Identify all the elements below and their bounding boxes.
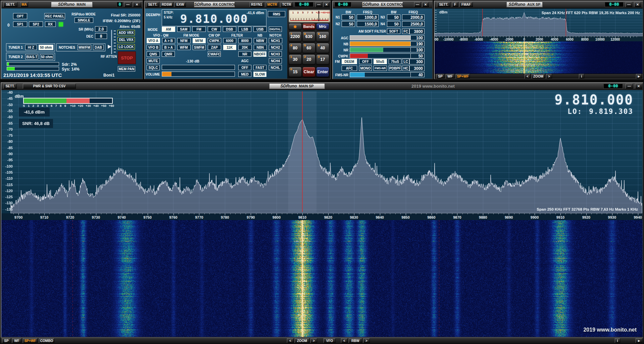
single-mode-button[interactable]: SINGLE [75, 17, 93, 23]
rx-button-mfm[interactable]: MFM [193, 38, 206, 43]
nch4-button[interactable]: NCH4 [269, 58, 282, 63]
rec-panel-button[interactable]: REC PANEL [44, 13, 65, 19]
bb-zoom-in-button[interactable]: > [310, 338, 317, 343]
rf-atten-slider-handle[interactable] [108, 45, 111, 49]
aux-title-plate[interactable]: SDRunoAUX SP [506, 2, 543, 7]
n4-bw-box[interactable]: 50 [387, 21, 400, 27]
mute-button[interactable]: MUTE [147, 58, 160, 63]
clear-key[interactable]: Clear [302, 67, 315, 77]
rx-button-b-a[interactable]: B > A [162, 45, 176, 50]
bb-info-button[interactable]: i [615, 338, 620, 343]
n1-bw-box[interactable]: 50 [342, 14, 355, 20]
bb-rbw-out-button[interactable]: < [341, 338, 348, 343]
tuner1-50ohm-button[interactable]: 50 ohm [39, 45, 53, 50]
rx-button-nbw[interactable]: NBW [254, 38, 267, 43]
agc-slow-button[interactable]: SLOW [253, 72, 266, 77]
rx-button-wfm[interactable]: WFM [177, 45, 191, 50]
enter-key[interactable]: Enter [316, 67, 329, 77]
qmr-button[interactable]: QMR [162, 51, 175, 57]
lo-lock-button[interactable]: LO LOCK [117, 44, 135, 49]
n2-bw-box[interactable]: 50 [342, 21, 355, 27]
pdbpf-button[interactable]: PDBPF [389, 66, 401, 71]
mode-button-usb[interactable]: USB [253, 27, 267, 32]
aux-minimize-button[interactable]: — [626, 2, 632, 7]
rx-button-zap[interactable]: ZAP [208, 45, 221, 50]
band-key-15[interactable]: 150 [289, 67, 302, 77]
band-key-80[interactable]: 804 [289, 43, 302, 53]
bands-key[interactable]: Bands [302, 23, 315, 30]
fms-nr-button[interactable]: FMS-NR [374, 66, 387, 71]
mhz-key[interactable]: MHz [316, 23, 329, 30]
nb-slider[interactable]: 190 [350, 41, 425, 46]
nr-slider[interactable]: 100 [350, 47, 425, 52]
band-key-20[interactable]: 202 [302, 54, 315, 64]
sqlc-button[interactable]: SQLC [147, 65, 160, 70]
aux-f-button[interactable]: F [452, 2, 458, 7]
rx-button-nbn[interactable]: NBN [254, 45, 267, 50]
tuner2-50ohm-button[interactable]: 50 ohm [40, 54, 53, 59]
sr-value-box[interactable]: 2.0 [95, 26, 107, 32]
del-vrx-button[interactable]: DEL VRX [117, 37, 135, 42]
75us-button[interactable]: 75uS [389, 59, 401, 64]
main-title-plate[interactable]: SDRunoMAIN [51, 2, 93, 7]
band-key-17[interactable]: 173 [316, 54, 329, 64]
n3-bw-box[interactable]: 50 [387, 14, 400, 20]
rx-button-6000[interactable]: 6000 [223, 38, 237, 43]
agc-off-button[interactable]: OFF [238, 65, 251, 70]
rx-button[interactable]: RX [45, 22, 56, 27]
opt-button[interactable]: OPT [13, 13, 27, 19]
main-sett-button[interactable]: SETT. [3, 2, 17, 7]
afc-button[interactable]: AFC [342, 66, 357, 71]
mainsp-sett-button[interactable]: SETT. [3, 84, 17, 89]
fms-nr-slider[interactable]: 40 [350, 72, 425, 77]
mode-button-cw[interactable]: CW [208, 27, 221, 32]
mainsp-close-button[interactable]: ✕ [635, 84, 642, 89]
rx-button-nfm[interactable]: NFM [177, 38, 191, 43]
rx-sett-button[interactable]: SETT. [146, 2, 159, 7]
band-key-630[interactable]: 6308 [302, 32, 315, 42]
lc-button[interactable]: LC [402, 59, 409, 64]
n2-freq-box[interactable]: 1500,0 [357, 21, 379, 27]
agc-slider[interactable]: 100 [350, 35, 425, 40]
main-spectrum-canvas[interactable] [1, 90, 643, 213]
rx-button-nch2[interactable]: NCH2 [269, 45, 282, 50]
band-key-30[interactable]: 301 [289, 54, 302, 64]
exw-button[interactable]: EXW [175, 2, 186, 7]
deem-button[interactable]: DEEM [342, 59, 357, 64]
tctr-button[interactable]: TCTR [281, 2, 293, 7]
sp2-button[interactable]: SP2 [29, 22, 43, 27]
aux-zoom-in-button[interactable]: > [546, 74, 552, 79]
bb-spwf-button[interactable]: SP+WF [23, 338, 38, 343]
notch-dab-button[interactable]: DAB [93, 45, 104, 50]
squelch-slider[interactable] [162, 65, 235, 70]
aux-zoom-button[interactable]: ZOOM [532, 74, 545, 79]
rx-close-button[interactable]: ✕ [324, 2, 330, 7]
cwpk-slider[interactable]: 50 [350, 53, 425, 58]
rx-button-a-b[interactable]: A > B [162, 38, 176, 43]
fc-value-box[interactable]: 3800 [409, 29, 425, 34]
hc-button[interactable]: HC [402, 66, 409, 71]
nchl-button[interactable]: NCHL [269, 65, 282, 70]
fmaf-button[interactable]: FMAF [459, 2, 473, 7]
n3-freq-box[interactable]: 2000,0 [402, 14, 425, 20]
sp1-button[interactable]: SP1 [13, 22, 27, 27]
aux-zoom-out-button[interactable]: < [525, 74, 531, 79]
rdsw-button[interactable]: RDSW [160, 2, 173, 7]
mode-button-am[interactable]: AM [162, 27, 175, 32]
rx-button-8000[interactable]: 8000 [238, 38, 252, 43]
nr-button[interactable]: NR [238, 51, 251, 57]
bb-combo-button[interactable]: COMBO [39, 338, 54, 343]
soft-button[interactable]: SOFT [387, 29, 400, 34]
mode-button-sam[interactable]: SAM [177, 27, 191, 32]
notch-mwfm-button[interactable]: MW/FM [78, 45, 91, 50]
aux-wf-button[interactable]: WF [446, 74, 454, 79]
rx-title-plate[interactable]: SDRunoRX CONTROL [194, 2, 235, 7]
qms-button[interactable]: QMS [147, 51, 160, 57]
rx-button-vfo-a[interactable]: VFO A [147, 38, 160, 43]
aux-sp-button[interactable]: SP [436, 74, 444, 79]
stop-button[interactable]: STOP [118, 51, 136, 64]
mctr-button[interactable]: MCTR [266, 2, 279, 7]
mode-button-fm[interactable]: FM [192, 27, 206, 32]
rsyn1-button[interactable]: RSYN1 [250, 2, 264, 7]
bb-wf-button[interactable]: WF [12, 338, 21, 343]
